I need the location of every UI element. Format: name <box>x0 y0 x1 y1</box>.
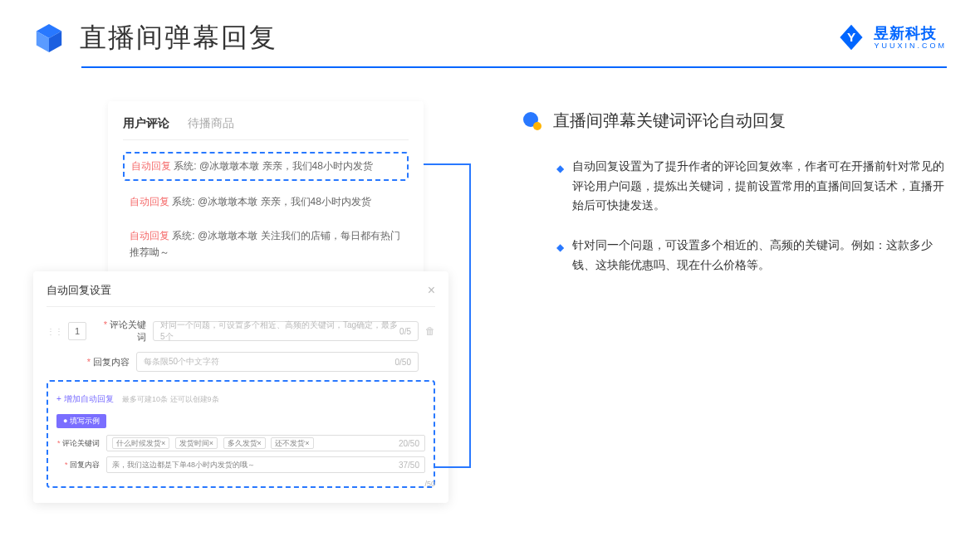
close-icon[interactable]: × <box>428 283 435 298</box>
example-badge: ● 填写示例 <box>56 414 106 428</box>
brand-block: Y 昱新科技 YUUXIN.COM <box>837 23 947 51</box>
bullet-icon <box>523 112 541 130</box>
trash-icon[interactable]: 🗑 <box>425 325 435 337</box>
connector-line <box>469 163 471 466</box>
paragraph: ◆ 针对同一个问题，可设置多个相近的、高频的关键词。例如：这款多少钱、这块能优惠… <box>523 236 947 275</box>
ex-label-keyword: 评论关键词 <box>56 438 100 449</box>
cube-logo-icon <box>33 22 65 54</box>
connector-line <box>424 163 469 165</box>
auto-reply-dialog: 自动回复设置 × ⋮⋮ 1 评论关键词 对同一个问题，可设置多个相近、高频的关键… <box>33 271 448 503</box>
tab-user-comments[interactable]: 用户评论 <box>123 116 169 131</box>
comment-item: 自动回复 系统: @冰墩墩本墩 亲亲，我们48小时内发货 <box>123 189 409 215</box>
dialog-title-text: 自动回复设置 <box>47 283 111 298</box>
tab-pending-goods[interactable]: 待播商品 <box>188 116 234 131</box>
connector-line <box>434 466 471 468</box>
order-number: 1 <box>68 322 86 340</box>
ex-label-content: 回复内容 <box>56 460 100 471</box>
brand-name: 昱新科技 <box>874 26 947 41</box>
section-title: 直播间弹幕关键词评论自动回复 <box>553 110 786 132</box>
paragraph: ◆ 自动回复设置为了提升作者的评论回复效率，作者可在开播前针对常见的评论用户问题… <box>523 157 947 216</box>
comments-card: 用户评论 待播商品 自动回复 系统: @冰墩墩本墩 亲亲，我们48小时内发货 自… <box>108 101 424 292</box>
example-section: + 增加自动回复 最多可建10条 还可以创建9条 ● 填写示例 评论关键词 什么… <box>47 380 435 488</box>
add-hint: 最多可建10条 还可以创建9条 <box>122 395 219 403</box>
keyword-input[interactable]: 对同一个问题，可设置多个相近、高频的关键词，Tag确定，最多5个 0/5 <box>153 321 419 341</box>
label-content: 回复内容 <box>78 356 130 368</box>
ex-keyword-input[interactable]: 什么时候发货× 发货时间× 多久发货× 还不发货× 20/50 <box>106 435 425 451</box>
ex-content-input[interactable]: 亲，我们这边都是下单48小时内发货的哦～ 37/50 <box>106 456 425 473</box>
content-input[interactable]: 每条限50个中文字符 0/50 <box>136 352 419 372</box>
page-title: 直播间弹幕回复 <box>80 20 277 56</box>
brand-icon: Y <box>837 23 865 51</box>
add-auto-reply-link[interactable]: + 增加自动回复 <box>56 393 114 405</box>
diamond-icon: ◆ <box>556 239 564 275</box>
comment-item-highlight: 自动回复 系统: @冰墩墩本墩 亲亲，我们48小时内发货 <box>123 152 409 181</box>
svg-text:Y: Y <box>847 30 855 44</box>
stray-counter: /50 <box>424 480 435 488</box>
diamond-icon: ◆ <box>556 160 564 216</box>
label-keyword: 评论关键词 <box>95 319 146 344</box>
drag-handle-icon[interactable]: ⋮⋮ <box>47 327 63 336</box>
brand-url: YUUXIN.COM <box>874 42 947 50</box>
comment-item: 自动回复 系统: @冰墩墩本墩 关注我们的店铺，每日都有热门推荐呦～ <box>123 223 409 265</box>
